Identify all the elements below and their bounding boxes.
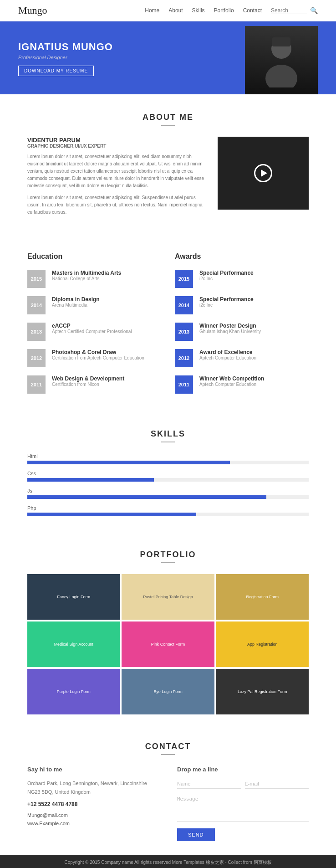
about-section: ABOUT ME VIDENTUR PARUM GRAPHIC DESIGNER… xyxy=(0,94,336,239)
contact-name-input[interactable] xyxy=(177,779,241,789)
awards-column: Awards 2015 Special Performance i2c Inc … xyxy=(175,252,309,402)
skill-css: Css xyxy=(27,471,309,482)
education-title: Education xyxy=(27,252,161,261)
portfolio-label-7: Eye Login Form xyxy=(152,688,184,696)
portfolio-label-2: Registration Form xyxy=(244,593,281,601)
edu-degree-0: Masters in Multimedia Arts xyxy=(52,270,121,276)
edu-item-4: 2011 Web Design & Development Certificat… xyxy=(27,375,161,394)
edu-school-3: Certification from Aptech Computer Educa… xyxy=(52,355,144,360)
contact-message-input[interactable] xyxy=(177,794,309,822)
about-video[interactable] xyxy=(218,137,309,210)
contact-title: CONTACT xyxy=(27,742,309,751)
portfolio-item-2[interactable]: Registration Form xyxy=(216,574,309,620)
search-input[interactable] xyxy=(271,7,307,14)
contact-email-input[interactable] xyxy=(245,779,309,789)
footer-text: Copyright © 2015 Company name All rights… xyxy=(64,860,271,865)
skill-js-fill xyxy=(27,495,266,499)
skill-html-fill xyxy=(27,461,230,464)
award-title-1: Special Performance xyxy=(199,296,254,303)
portfolio-label-3: Medical Sign Account xyxy=(52,640,95,648)
portfolio-item-8[interactable]: Lazy Pal Registration Form xyxy=(216,669,309,714)
portfolio-title: PORTFOLIO xyxy=(27,550,309,560)
edu-awards-section: Education 2015 Masters in Multimedia Art… xyxy=(0,239,336,416)
hero-section: IGNATIUS MUNGO Professional Designer DOW… xyxy=(0,21,336,94)
award-year-1: 2014 xyxy=(175,296,193,314)
hero-name: IGNATIUS MUNGO xyxy=(18,41,113,53)
portfolio-item-5[interactable]: App Registration xyxy=(216,621,309,667)
award-org-0: i2c Inc xyxy=(199,276,254,281)
edu-item-3: 2012 Photoshop & Corel Draw Certificatio… xyxy=(27,349,161,367)
awards-title: Awards xyxy=(175,252,309,261)
navbar: Mungo Home About Skills Portfolio Contac… xyxy=(0,0,336,21)
award-title-0: Special Performance xyxy=(199,270,254,276)
about-sub-heading: VIDENTUR PARUM xyxy=(27,137,204,144)
portfolio-item-7[interactable]: Eye Login Form xyxy=(122,669,214,714)
portfolio-label-5: App Registration xyxy=(245,640,280,648)
portfolio-item-3[interactable]: Medical Sign Account xyxy=(27,621,120,667)
about-divider xyxy=(161,125,175,126)
contact-address: Orchard Park, Long Bennington, Newark, L… xyxy=(27,779,159,796)
portfolio-grid: Fancy Login Form Pastel Pricing Table De… xyxy=(27,574,309,714)
award-title-3: Award of Excellence xyxy=(199,349,256,355)
edu-school-4: Certification from Nicon xyxy=(52,382,124,387)
play-button[interactable] xyxy=(254,164,272,182)
about-content: VIDENTUR PARUM GRAPHIC DESIGNER,UI/UX EX… xyxy=(27,137,309,221)
edu-item-0: 2015 Masters in Multimedia Arts National… xyxy=(27,270,161,288)
hero-photo-svg xyxy=(263,33,300,87)
portfolio-item-4[interactable]: Pink Contact Form xyxy=(122,621,214,667)
award-item-2: 2013 Winner Poster Design Ghulam Ishaq K… xyxy=(175,323,309,341)
contact-website: www.Example.com xyxy=(27,819,159,828)
skill-js-label: Js xyxy=(27,488,309,493)
edu-school-0: National College of Arts xyxy=(52,276,121,281)
portfolio-label-0: Fancy Login Form xyxy=(55,593,92,601)
skill-html-label: Html xyxy=(27,453,309,459)
about-title: ABOUT ME xyxy=(27,113,309,122)
search-icon[interactable]: 🔍 xyxy=(310,7,318,14)
contact-email: Mungo@mail.com xyxy=(27,811,159,820)
portfolio-label-1: Pastel Pricing Table Design xyxy=(141,593,194,601)
edu-year-3: 2012 xyxy=(27,349,46,367)
portfolio-item-0[interactable]: Fancy Login Form xyxy=(27,574,120,620)
award-item-1: 2014 Special Performance i2c Inc xyxy=(175,296,309,314)
award-item-4: 2011 Winner Web Competition Aptech Compu… xyxy=(175,375,309,394)
skill-html: Html xyxy=(27,453,309,464)
award-org-4: Aptech Computer Education xyxy=(199,382,264,387)
hero-photo xyxy=(245,26,318,94)
hero-text: IGNATIUS MUNGO Professional Designer DOW… xyxy=(18,41,113,76)
award-item-3: 2012 Award of Excellence Aptech Computer… xyxy=(175,349,309,367)
footer: Copyright © 2015 Company name All rights… xyxy=(0,855,336,868)
edu-year-1: 2014 xyxy=(27,296,46,314)
hero-download-button[interactable]: DOWNLOAD MY RESUME xyxy=(18,66,94,76)
portfolio-divider xyxy=(161,562,175,563)
edu-year-0: 2015 xyxy=(27,270,46,288)
contact-form: Drop me a line SEND xyxy=(177,766,309,841)
skill-php-track xyxy=(27,513,309,516)
skills-title: SKILLS xyxy=(27,429,309,439)
contact-submit-button[interactable]: SEND xyxy=(177,828,215,841)
award-year-4: 2011 xyxy=(175,375,193,394)
nav-skills[interactable]: Skills xyxy=(192,7,205,14)
edu-school-1: Arena Multimedia xyxy=(52,303,100,308)
education-column: Education 2015 Masters in Multimedia Art… xyxy=(27,252,161,402)
nav-contact[interactable]: Contact xyxy=(243,7,262,14)
contact-left-heading: Say hi to me xyxy=(27,766,159,773)
portfolio-item-6[interactable]: Purple Login Form xyxy=(27,669,120,714)
contact-name-email-row xyxy=(177,779,309,794)
contact-section: CONTACT Say hi to me Orchard Park, Long … xyxy=(0,728,336,855)
award-year-2: 2013 xyxy=(175,323,193,341)
skill-php-label: Php xyxy=(27,505,309,511)
award-year-3: 2012 xyxy=(175,349,193,367)
portfolio-label-8: Lazy Pal Registration Form xyxy=(236,688,289,696)
edu-year-2: 2013 xyxy=(27,323,46,341)
nav-links: Home About Skills Portfolio Contact 🔍 xyxy=(145,7,318,14)
nav-home[interactable]: Home xyxy=(145,7,159,14)
nav-about[interactable]: About xyxy=(168,7,183,14)
skill-css-track xyxy=(27,478,309,482)
award-year-0: 2015 xyxy=(175,270,193,288)
nav-portfolio[interactable]: Portfolio xyxy=(214,7,234,14)
nav-search-wrap: 🔍 xyxy=(271,7,318,14)
edu-school-2: Aptech Certified Computer Professional xyxy=(52,329,132,334)
play-icon xyxy=(261,169,267,177)
portfolio-item-1[interactable]: Pastel Pricing Table Design xyxy=(122,574,214,620)
portfolio-section: PORTFOLIO Fancy Login Form Pastel Pricin… xyxy=(0,536,336,728)
